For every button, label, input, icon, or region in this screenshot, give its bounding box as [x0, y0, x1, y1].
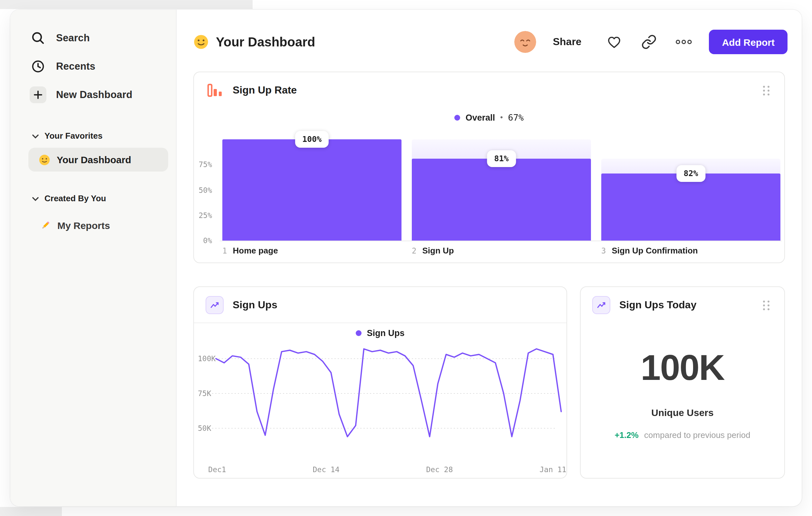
y-axis-tick: 100K: [198, 354, 220, 363]
drag-handle-icon[interactable]: [760, 298, 773, 313]
sidebar-item-my-reports[interactable]: My Reports: [10, 213, 176, 237]
background-strip-bottom: [0, 507, 62, 516]
sidebar-item-label: New Dashboard: [56, 89, 133, 101]
line-chart-icon: [592, 296, 610, 314]
conversion-label: 81%: [487, 150, 516, 167]
sidebar-item-label: Your Dashboard: [57, 154, 131, 165]
sidebar-item-your-dashboard[interactable]: Your Dashboard: [28, 148, 168, 171]
share-button[interactable]: Share: [553, 36, 582, 48]
legend-dot: [455, 114, 460, 120]
legend-label: Overall: [466, 113, 495, 122]
step-name: Home page: [233, 246, 278, 255]
sidebar-item-recents[interactable]: Recents: [10, 52, 176, 81]
funnel-step-labels: 1 Home page 2 Sign Up 3 Sign Up Confirma…: [222, 246, 780, 255]
sidebar-item-label: My Reports: [57, 220, 110, 230]
funnel-bar[interactable]: 100%: [222, 139, 402, 241]
metric-delta-row: +1.2% compared to previous period: [581, 430, 784, 440]
search-icon: [30, 30, 47, 47]
bar-fill: [222, 139, 402, 241]
sidebar-item-search[interactable]: Search: [10, 24, 176, 52]
smiley-emoji-icon: [39, 154, 50, 165]
x-axis-tick: Jan 11: [527, 465, 579, 474]
line-chart: [194, 287, 568, 479]
bar-fill: [412, 159, 591, 241]
step-number: 2: [412, 246, 416, 255]
conversion-label: 82%: [676, 165, 705, 182]
funnel-bar[interactable]: 82%: [601, 139, 780, 241]
sidebar-item-new-dashboard[interactable]: New Dashboard: [10, 81, 176, 109]
step-number: 1: [222, 246, 227, 255]
step-label: 3 Sign Up Confirmation: [601, 246, 780, 255]
line-series: [216, 349, 561, 437]
section-title: Your Favorites: [45, 131, 103, 140]
card-title: Sign Ups Today: [619, 299, 696, 311]
avatar[interactable]: [514, 31, 536, 53]
page: Search Recents New: [0, 0, 812, 516]
clock-icon: [30, 58, 47, 75]
dashboard-header: Your Dashboard Share: [193, 28, 787, 56]
x-axis-tick: Dec1: [192, 465, 243, 474]
funnel-legend: Overall • 67%: [194, 112, 784, 123]
step-name: Sign Up Confirmation: [612, 246, 698, 255]
step-label: 2 Sign Up: [412, 246, 591, 255]
main-content: Your Dashboard Share: [177, 10, 802, 506]
sidebar-item-label: Recents: [56, 61, 95, 72]
chevron-down-icon: [32, 192, 39, 204]
bar-fill: [601, 173, 780, 241]
y-axis-tick: 75K: [198, 389, 220, 398]
y-axis-tick: 50%: [194, 186, 212, 195]
sign-ups-card: Sign Ups Sign Ups 100K 75K 50K Dec1 Dec …: [193, 287, 567, 479]
metric-label: Unique Users: [581, 407, 784, 418]
y-axis-tick: 0%: [194, 236, 212, 245]
favorite-heart-icon[interactable]: [605, 32, 624, 52]
sidebar: Search Recents New: [10, 10, 177, 506]
sidebar-item-label: Search: [56, 32, 90, 44]
legend-value: 67%: [508, 112, 524, 123]
sign-up-rate-card: Sign Up Rate Overall • 67% 75% 50% 25% 0…: [193, 72, 785, 263]
copy-link-icon[interactable]: [640, 32, 659, 52]
conversion-label: 100%: [295, 131, 329, 148]
delta-value: +1.2%: [614, 430, 638, 440]
sign-ups-today-card: Sign Ups Today 100K Unique Users +1.2% c…: [580, 287, 785, 479]
card-header: Sign Ups Today: [581, 287, 784, 323]
header-actions: Share Add Repo: [514, 30, 787, 54]
section-title: Created By You: [45, 193, 106, 203]
card-header: Sign Up Rate: [194, 72, 784, 108]
step-number: 3: [601, 246, 606, 255]
pencil-emoji-icon: [40, 220, 51, 230]
section-your-favorites[interactable]: Your Favorites: [10, 126, 176, 145]
more-options-icon[interactable]: [674, 32, 694, 52]
sidebar-nav: Search Recents New: [10, 10, 176, 109]
smiley-emoji-icon: [193, 34, 209, 50]
x-axis-tick: Dec 28: [414, 465, 465, 474]
section-created-by-you[interactable]: Created By You: [10, 188, 176, 208]
page-title: Your Dashboard: [216, 34, 315, 49]
funnel-bar[interactable]: 81%: [412, 139, 591, 241]
y-axis-tick: 25%: [194, 211, 212, 220]
funnel-bars: 100% 81% 82%: [222, 139, 780, 241]
metric-value: 100K: [581, 346, 784, 388]
x-axis-tick: Dec 14: [300, 465, 352, 474]
delta-note: compared to previous period: [644, 430, 750, 440]
bar-chart-icon: [206, 81, 224, 99]
add-report-button[interactable]: Add Report: [709, 30, 787, 54]
app-window: Search Recents New: [10, 10, 802, 506]
step-label: 1 Home page: [222, 246, 402, 255]
background-strip-top: [0, 0, 253, 9]
chevron-down-icon: [32, 130, 39, 141]
card-title: Sign Up Rate: [233, 84, 297, 96]
drag-handle-icon[interactable]: [760, 83, 773, 98]
y-axis-tick: 75%: [194, 160, 212, 169]
y-axis-tick: 50K: [198, 424, 220, 433]
legend-separator: •: [500, 113, 503, 122]
step-name: Sign Up: [422, 246, 454, 255]
plus-icon: [30, 86, 47, 103]
x-axis-line: [220, 241, 782, 241]
